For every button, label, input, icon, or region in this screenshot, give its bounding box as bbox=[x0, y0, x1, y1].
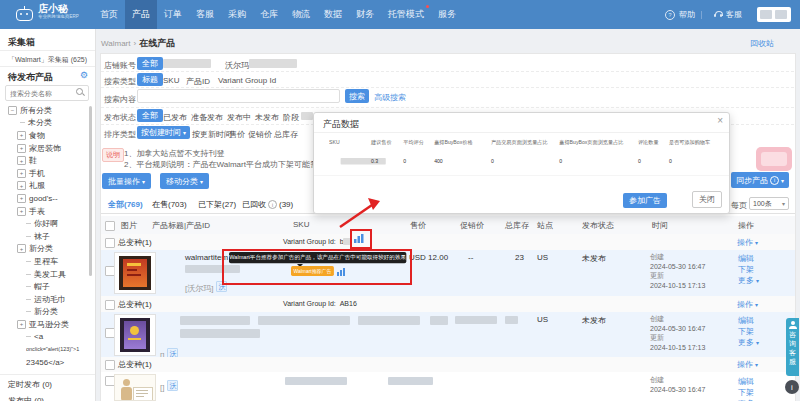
select-all-checkbox[interactable] bbox=[105, 221, 115, 231]
status-all-button[interactable]: 全部 bbox=[137, 109, 163, 122]
tree-item-html-onclick[interactable]: onclick="alert(123)">1 bbox=[0, 343, 94, 356]
sort-by-price[interactable]: 售价 bbox=[229, 129, 245, 140]
tree-item-socks[interactable]: 袜子 bbox=[0, 230, 94, 243]
tree-item-new-category[interactable]: +新分类 bbox=[0, 243, 94, 256]
expand-icon[interactable]: + bbox=[17, 131, 26, 140]
nav-data[interactable]: 数据 bbox=[317, 0, 349, 29]
status-stage[interactable]: 阶段 bbox=[283, 112, 299, 123]
join-ads-button[interactable]: 参加广告 bbox=[623, 193, 667, 208]
move-category-button[interactable]: 移动分类▾ bbox=[160, 173, 209, 189]
tree-item-stroller[interactable]: 里程车 bbox=[0, 255, 94, 268]
tree-item-watches[interactable]: +手表 bbox=[0, 205, 94, 218]
nav-services[interactable]: 服务 bbox=[431, 0, 463, 29]
search-type-sku[interactable]: SKU bbox=[163, 76, 179, 85]
header-service[interactable]: 客服 bbox=[714, 0, 742, 29]
search-type-product-id[interactable]: 产品ID bbox=[186, 76, 210, 87]
tree-item-food[interactable]: +食物 bbox=[0, 129, 94, 142]
nav-purchase[interactable]: 采购 bbox=[221, 0, 253, 29]
account-all-button[interactable]: 全部 bbox=[137, 57, 163, 70]
nav-logistics[interactable]: 物流 bbox=[285, 0, 317, 29]
tree-item-new-category-2[interactable]: 新分类 bbox=[0, 306, 94, 319]
sort-by-updated[interactable]: 按更新时间 bbox=[192, 129, 232, 140]
expand-icon[interactable]: + bbox=[17, 320, 26, 329]
page-size-select[interactable]: 100条 ▾ bbox=[749, 197, 789, 210]
expand-icon[interactable]: + bbox=[17, 156, 26, 165]
breadcrumb-root[interactable]: Walmart bbox=[101, 39, 130, 48]
group2-checkbox[interactable] bbox=[105, 300, 115, 310]
row3-product-image-placeholder[interactable] bbox=[114, 374, 156, 401]
category-search-box[interactable] bbox=[5, 85, 89, 101]
product-data-chart-icon[interactable] bbox=[354, 233, 364, 243]
account-walmart-option[interactable]: 沃尔玛 bbox=[225, 60, 249, 71]
sync-products-button[interactable]: 同步产品 i ▾ bbox=[731, 172, 789, 188]
unlist-link[interactable]: 下架 bbox=[738, 326, 759, 337]
group3-checkbox[interactable] bbox=[105, 360, 115, 370]
sidebar-item-scheduled-publish[interactable]: 定时发布 (0) bbox=[8, 379, 52, 390]
group3-action-dropdown[interactable]: 操作▾ bbox=[737, 359, 758, 370]
sidebar-item-walmart-collect-box[interactable]: 「Walmart」采集箱 (625) bbox=[8, 55, 87, 65]
tree-item-html-close[interactable]: 23456</a> bbox=[0, 356, 94, 369]
floating-service-button[interactable]: 咨询客服 bbox=[786, 318, 799, 376]
sort-by-promo-price[interactable]: 促销价 bbox=[248, 129, 272, 140]
status-unpublished[interactable]: 未发布 bbox=[255, 112, 279, 123]
unlist-link[interactable]: 下架 bbox=[738, 264, 759, 275]
user-account-box[interactable] bbox=[757, 7, 791, 22]
status-publishing[interactable]: 发布中 bbox=[227, 112, 251, 123]
tree-item-goods[interactable]: +good's-- bbox=[0, 192, 94, 205]
row2-product-image[interactable] bbox=[114, 314, 156, 356]
advanced-search-link[interactable]: 高级搜索 bbox=[374, 92, 406, 103]
nav-service[interactable]: 客服 bbox=[189, 0, 221, 29]
tree-item-hair-tools[interactable]: 美发工具 bbox=[0, 268, 94, 281]
sidebar-item-publishing[interactable]: 发布中 (0) bbox=[8, 395, 44, 401]
group2-action-dropdown[interactable]: 操作▾ bbox=[737, 299, 758, 310]
tree-item-shoes[interactable]: +鞋 bbox=[0, 154, 94, 167]
more-dropdown[interactable]: 更多▾ bbox=[738, 337, 759, 349]
header-help[interactable]: ? 帮助 bbox=[665, 0, 695, 29]
nav-home[interactable]: 首页 bbox=[93, 0, 125, 29]
row1-product-image[interactable] bbox=[114, 252, 156, 294]
nav-hosted-mode[interactable]: 托管模式 bbox=[381, 0, 431, 29]
recycle-bin-link[interactable]: 回收站 bbox=[750, 38, 774, 49]
group1-checkbox[interactable] bbox=[105, 238, 115, 248]
group1-action-dropdown[interactable]: 操作▾ bbox=[737, 237, 758, 248]
expand-icon[interactable]: + bbox=[17, 144, 26, 153]
batch-actions-button[interactable]: 批量操作▾ bbox=[102, 173, 151, 189]
tab-removed[interactable]: 已下架(27) bbox=[198, 199, 236, 210]
tree-item-nihaoa[interactable]: 你好啊 bbox=[0, 217, 94, 230]
sort-by-stock[interactable]: 总库存 bbox=[274, 129, 298, 140]
product-data-chart-icon[interactable] bbox=[337, 267, 346, 276]
nav-warehouse[interactable]: 仓库 bbox=[253, 0, 285, 29]
gear-icon[interactable]: ⚙ bbox=[80, 70, 88, 80]
tree-item-amazon-category[interactable]: +亚马逊分类 bbox=[0, 318, 94, 331]
tab-all[interactable]: 全部(769) bbox=[108, 199, 143, 210]
nav-orders[interactable]: 订单 bbox=[157, 0, 189, 29]
floating-pink-widget[interactable] bbox=[756, 147, 792, 171]
search-type-variant-group-id[interactable]: Variant Group Id bbox=[218, 76, 276, 85]
more-dropdown[interactable]: 更多▾ bbox=[738, 275, 759, 287]
expand-icon[interactable]: + bbox=[17, 194, 26, 203]
close-icon[interactable]: × bbox=[717, 115, 723, 126]
tree-item-html-a[interactable]: <a bbox=[0, 331, 94, 344]
collapse-icon[interactable]: − bbox=[8, 106, 17, 115]
tree-item-dresses[interactable]: +礼服 bbox=[0, 180, 94, 193]
sidebar-section-pending-products[interactable]: 待发布产品 bbox=[8, 71, 53, 84]
tab-selling[interactable]: 在售(703) bbox=[152, 199, 187, 210]
tree-item-all-categories[interactable]: −所有分类 bbox=[0, 104, 94, 117]
floating-info-icon[interactable]: i bbox=[785, 380, 799, 394]
tree-item-sport-towel[interactable]: 运动毛巾 bbox=[0, 293, 94, 306]
tree-item-hats[interactable]: 帽子 bbox=[0, 280, 94, 293]
tab-recycled[interactable]: 已回收 i (39) bbox=[242, 199, 293, 210]
category-search-input[interactable] bbox=[8, 87, 76, 99]
unlist-link[interactable]: 下架 bbox=[738, 387, 759, 398]
search-button[interactable]: 搜索 bbox=[345, 89, 369, 103]
nav-products[interactable]: 产品 bbox=[125, 0, 157, 29]
sidebar-scrollbar[interactable] bbox=[89, 106, 92, 276]
edit-link[interactable]: 编辑 bbox=[738, 376, 759, 387]
status-ready[interactable]: 准备发布 bbox=[191, 112, 223, 123]
expand-icon[interactable]: + bbox=[17, 244, 26, 253]
search-content-input[interactable] bbox=[137, 89, 340, 103]
modal-close-button[interactable]: 关闭 bbox=[692, 191, 722, 208]
sidebar-section-collect-box[interactable]: 采集箱 bbox=[8, 36, 35, 49]
tree-item-uncategorized[interactable]: 未分类 bbox=[0, 117, 94, 130]
status-published[interactable]: 已发布 bbox=[163, 112, 187, 123]
